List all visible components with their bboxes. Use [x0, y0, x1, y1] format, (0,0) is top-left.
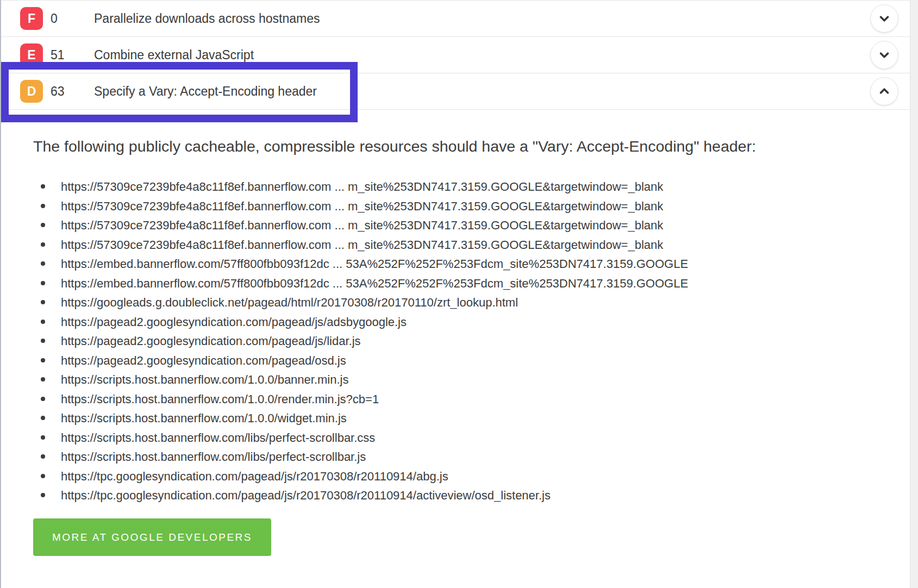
- resource-item: https://57309ce7239bfe4a8c11f8ef.bannerf…: [33, 177, 880, 197]
- detail-intro-text: The following publicly cacheable, compre…: [33, 134, 810, 159]
- rule-detail-panel: The following publicly cacheable, compre…: [0, 134, 918, 556]
- resource-item: https://embed.bannerflow.com/57ff800fbb0…: [33, 254, 880, 274]
- resource-item: https://scripts.host.bannerflow.com/libs…: [33, 428, 880, 448]
- resource-item: https://tpc.googlesyndication.com/pagead…: [33, 467, 880, 486]
- grade-badge: E: [20, 43, 43, 66]
- expand-toggle-button[interactable]: [870, 41, 898, 69]
- rule-label: Combine external JavaScript: [94, 48, 254, 62]
- rule-score: 63: [51, 84, 82, 99]
- resource-item: https://tpc.googlesyndication.com/pagead…: [33, 486, 880, 505]
- resource-item: https://googleads.g.doubleclick.net/page…: [33, 293, 880, 312]
- chevron-down-icon: [877, 11, 891, 26]
- resource-item: https://57309ce7239bfe4a8c11f8ef.bannerf…: [33, 197, 880, 216]
- page-right-gutter: [910, 0, 918, 588]
- resource-item: https://embed.bannerflow.com/57ff800fbb0…: [33, 274, 880, 293]
- page: F 0 Parallelize downloads across hostnam…: [0, 0, 918, 556]
- grade-badge: F: [20, 7, 43, 30]
- recommendations-list: F 0 Parallelize downloads across hostnam…: [0, 0, 918, 110]
- rule-row-specify-vary-accept-encoding[interactable]: D 63 Specify a Vary: Accept-Encoding hea…: [0, 73, 918, 110]
- resource-item: https://scripts.host.bannerflow.com/1.0.…: [33, 409, 880, 428]
- resource-item: https://scripts.host.bannerflow.com/1.0.…: [33, 370, 880, 390]
- resource-list: https://57309ce7239bfe4a8c11f8ef.bannerf…: [33, 177, 880, 505]
- grade-badge: D: [20, 80, 43, 103]
- resource-item: https://pagead2.googlesyndication.com/pa…: [33, 331, 880, 351]
- collapse-toggle-button[interactable]: [870, 77, 898, 105]
- resource-item: https://scripts.host.bannerflow.com/1.0.…: [33, 390, 880, 409]
- resource-item: https://pagead2.googlesyndication.com/pa…: [33, 312, 880, 332]
- rule-row-parallelize-downloads[interactable]: F 0 Parallelize downloads across hostnam…: [0, 1, 918, 37]
- rule-row-combine-external-javascript[interactable]: E 51 Combine external JavaScript: [0, 37, 918, 73]
- resource-item: https://pagead2.googlesyndication.com/pa…: [33, 351, 880, 371]
- resource-item: https://scripts.host.bannerflow.com/libs…: [33, 447, 880, 467]
- chevron-down-icon: [877, 48, 891, 62]
- more-at-google-developers-button[interactable]: MORE AT GOOGLE DEVELOPERS: [33, 518, 271, 556]
- rule-score: 51: [51, 48, 82, 62]
- chevron-up-icon: [877, 84, 891, 98]
- resource-item: https://57309ce7239bfe4a8c11f8ef.bannerf…: [33, 235, 880, 255]
- rule-score: 0: [51, 11, 82, 26]
- resource-item: https://57309ce7239bfe4a8c11f8ef.bannerf…: [33, 216, 880, 235]
- rule-label: Specify a Vary: Accept-Encoding header: [94, 84, 317, 99]
- page-left-border: [0, 0, 1, 588]
- rule-label: Parallelize downloads across hostnames: [94, 11, 320, 26]
- expand-toggle-button[interactable]: [870, 4, 898, 33]
